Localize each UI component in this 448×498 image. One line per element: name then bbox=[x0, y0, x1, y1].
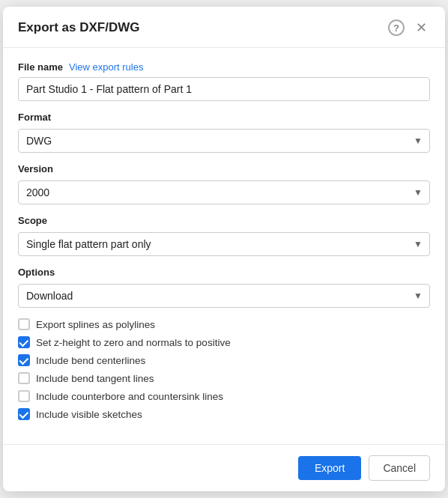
options-select[interactable]: Download Open in new tab bbox=[18, 284, 430, 308]
checkbox-5[interactable] bbox=[18, 390, 30, 402]
dialog-header: Export as DXF/DWG ? ✕ bbox=[3, 7, 445, 48]
scope-select[interactable]: Single flat pattern part only All parts bbox=[18, 232, 430, 256]
version-label: Version bbox=[18, 163, 430, 174]
checkbox-row: Include bend tangent lines bbox=[18, 372, 430, 384]
view-export-rules-link[interactable]: View export rules bbox=[69, 61, 143, 73]
checkboxes-section: Export splines as polylinesSet z-height … bbox=[18, 318, 430, 420]
version-select[interactable]: 2000 2004 2007 2010 2013 2018 bbox=[18, 180, 430, 204]
format-select-wrapper: DWG DXF ▼ bbox=[18, 129, 430, 153]
header-icons: ? ✕ bbox=[388, 19, 430, 37]
checkbox-row: Include counterbore and countersink line… bbox=[18, 390, 430, 402]
checkbox-label-4: Include bend tangent lines bbox=[36, 373, 154, 384]
checkbox-3[interactable] bbox=[18, 354, 30, 366]
dialog-title: Export as DXF/DWG bbox=[18, 20, 139, 35]
help-icon[interactable]: ? bbox=[388, 19, 405, 36]
file-name-label: File name View export rules bbox=[18, 61, 430, 73]
options-select-wrapper: Download Open in new tab ▼ bbox=[18, 284, 430, 308]
dialog-body: File name View export rules Format DWG D… bbox=[3, 48, 445, 438]
checkbox-1[interactable] bbox=[18, 318, 30, 330]
format-label: Format bbox=[18, 112, 430, 123]
version-select-wrapper: 2000 2004 2007 2010 2013 2018 ▼ bbox=[18, 180, 430, 204]
export-button[interactable]: Export bbox=[298, 456, 361, 480]
close-button[interactable]: ✕ bbox=[412, 19, 430, 37]
checkbox-label-3: Include bend centerlines bbox=[36, 355, 145, 366]
checkbox-2[interactable] bbox=[18, 336, 30, 348]
scope-label: Scope bbox=[18, 215, 430, 226]
file-name-input[interactable] bbox=[18, 77, 430, 101]
checkbox-row: Set z-height to zero and normals to posi… bbox=[18, 336, 430, 348]
checkbox-row: Include bend centerlines bbox=[18, 354, 430, 366]
checkbox-label-1: Export splines as polylines bbox=[36, 319, 155, 330]
checkbox-row: Export splines as polylines bbox=[18, 318, 430, 330]
format-select[interactable]: DWG DXF bbox=[18, 129, 430, 153]
checkbox-label-5: Include counterbore and countersink line… bbox=[36, 391, 223, 402]
checkbox-label-2: Set z-height to zero and normals to posi… bbox=[36, 337, 231, 348]
cancel-button[interactable]: Cancel bbox=[369, 455, 430, 481]
checkbox-6[interactable] bbox=[18, 408, 30, 420]
dialog-footer: Export Cancel bbox=[3, 444, 445, 491]
checkbox-row: Include visible sketches bbox=[18, 408, 430, 420]
scope-select-wrapper: Single flat pattern part only All parts … bbox=[18, 232, 430, 256]
checkbox-label-6: Include visible sketches bbox=[36, 409, 142, 420]
options-label: Options bbox=[18, 267, 430, 278]
export-dialog: Export as DXF/DWG ? ✕ File name View exp… bbox=[3, 7, 445, 491]
checkbox-4[interactable] bbox=[18, 372, 30, 384]
